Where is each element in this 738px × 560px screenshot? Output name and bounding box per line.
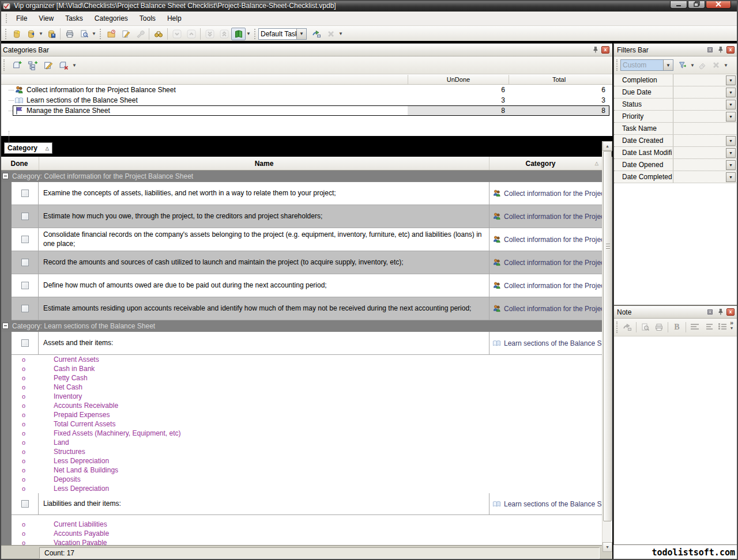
filter-row-date-created[interactable]: Date Created▼	[614, 135, 737, 147]
note-print-icon[interactable]	[652, 321, 666, 334]
restore-button[interactable]	[688, 0, 705, 9]
toolbar-overflow-icon[interactable]: ▼	[338, 31, 344, 36]
task-done-checkbox[interactable]	[21, 213, 29, 220]
task-row[interactable]: Estimate amounts residing upon accounts …	[12, 297, 602, 320]
clear-filter-icon[interactable]	[695, 59, 709, 71]
task-row[interactable]: Estimate how much you owe, through the p…	[12, 205, 602, 228]
minimize-button[interactable]	[670, 0, 687, 9]
scrollbar-thumb[interactable]	[603, 151, 612, 521]
close-button[interactable]	[706, 0, 731, 9]
filter-dropdown-icon[interactable]: ▼	[726, 75, 736, 85]
restore-panel-icon[interactable]	[706, 308, 714, 316]
print-dropdown-icon[interactable]: ▼	[91, 31, 97, 36]
filter-row-completion[interactable]: Completion▼	[614, 74, 737, 86]
filter-dropdown-icon[interactable]: ▼	[726, 148, 736, 158]
task-templates-icon[interactable]	[231, 28, 246, 40]
task-done-checkbox[interactable]	[21, 282, 29, 289]
close-panel-button[interactable]: x	[726, 46, 735, 54]
filter-dropdown-icon[interactable]: ▼	[726, 172, 736, 182]
filter-row-date-opened[interactable]: Date Opened▼	[614, 159, 737, 171]
bold-icon[interactable]: B	[670, 321, 684, 334]
task-row[interactable]: Assets and their items: Learn sections o…	[12, 332, 602, 355]
column-header-undone[interactable]: UnDone	[408, 75, 509, 84]
column-header-category[interactable]: Category	[489, 157, 592, 170]
filter-row-status[interactable]: Status▼	[614, 99, 737, 111]
filter-dropdown-icon[interactable]: ▼	[726, 88, 736, 97]
task-done-checkbox[interactable]	[21, 190, 29, 197]
task-templates-dropdown-icon[interactable]: ▼	[246, 31, 251, 36]
open-database-dropdown-icon[interactable]: ▼	[38, 31, 44, 36]
collapse-group-icon[interactable]	[2, 173, 9, 179]
menu-view[interactable]: View	[33, 12, 59, 25]
new-subcategory-icon[interactable]	[25, 58, 40, 73]
task-done-checkbox[interactable]	[21, 500, 29, 508]
group-by-box[interactable]: Category △	[4, 142, 52, 154]
delete-template-icon[interactable]	[323, 28, 338, 40]
collapse-group-icon[interactable]	[2, 323, 9, 329]
new-task-icon[interactable]	[104, 28, 118, 40]
close-panel-button[interactable]: x	[601, 46, 609, 54]
filters-toolbar-overflow-icon[interactable]: ▼	[723, 63, 729, 68]
menu-file[interactable]: File	[10, 12, 33, 25]
task-row[interactable]: Define how much of amounts owed are due …	[12, 274, 602, 297]
delete-filter-icon[interactable]	[709, 59, 723, 71]
move-down-icon[interactable]	[170, 28, 184, 40]
task-done-checkbox[interactable]	[21, 339, 29, 347]
task-row[interactable]: Consolidate financial records on the com…	[12, 228, 602, 251]
print-icon[interactable]	[62, 28, 77, 40]
column-header-done[interactable]: Done	[0, 157, 39, 170]
save-database-icon[interactable]	[44, 28, 58, 40]
task-done-checkbox[interactable]	[21, 236, 29, 243]
column-header-total[interactable]: Total	[509, 75, 609, 84]
pin-icon[interactable]	[591, 46, 600, 54]
pin-icon[interactable]	[716, 46, 725, 54]
filter-dropdown-icon[interactable]: ▼	[726, 112, 736, 122]
group-row[interactable]: Category: Learn sections of the Balance …	[0, 320, 602, 332]
note-print-preview-icon[interactable]	[638, 321, 652, 334]
scroll-up-icon[interactable]: ▲	[603, 141, 612, 151]
note-toolbar-overflow-icon[interactable]: »▼	[728, 320, 736, 330]
category-row[interactable]: Learn sections of the Balance Sheet 3 3	[0, 95, 612, 105]
edit-category-icon[interactable]	[40, 58, 56, 73]
column-header-name[interactable]: Name	[39, 157, 489, 170]
app-icon[interactable]	[2, 2, 11, 10]
filter-row-date-last-modified[interactable]: Date Last Modified▼	[614, 147, 737, 159]
move-to-top-icon[interactable]	[217, 28, 231, 40]
filter-dropdown-icon[interactable]: ▼	[726, 100, 736, 109]
task-done-checkbox[interactable]	[21, 259, 29, 266]
filter-dropdown-icon[interactable]: ▼	[726, 160, 736, 170]
task-properties-icon[interactable]	[133, 28, 147, 40]
task-row[interactable]: Examine the concepts of assets, liabilit…	[12, 182, 602, 205]
pin-icon[interactable]	[716, 308, 725, 316]
menu-help[interactable]: Help	[161, 12, 187, 25]
align-right-icon[interactable]	[702, 321, 716, 334]
move-up-icon[interactable]	[184, 28, 198, 40]
grid-vertical-scrollbar[interactable]: ▲ ▼	[602, 141, 612, 552]
task-row[interactable]: Record the amounts and sources of cash u…	[12, 251, 602, 274]
restore-panel-icon[interactable]	[706, 46, 714, 54]
filter-dropdown-icon[interactable]: ▼	[726, 136, 736, 146]
categories-toolbar-overflow-icon[interactable]: ▼	[71, 63, 77, 68]
filter-row-date-completed[interactable]: Date Completed▼	[614, 171, 737, 183]
scroll-down-icon[interactable]: ▼	[603, 542, 612, 552]
filter-preset-combo[interactable]: Custom ▼	[620, 59, 673, 71]
task-row[interactable]: Liabilities and their items: Learn secti…	[12, 493, 602, 515]
print-preview-icon[interactable]	[77, 28, 91, 40]
filter-row-due-date[interactable]: Due Date▼	[614, 86, 737, 99]
apply-filter-dropdown-icon[interactable]: ▼	[690, 63, 695, 68]
menu-tasks[interactable]: Tasks	[59, 12, 89, 25]
group-row[interactable]: Category: Collect information for the Pr…	[0, 171, 602, 182]
menu-categories[interactable]: Categories	[89, 12, 134, 25]
find-icon[interactable]	[151, 28, 165, 40]
edit-task-icon[interactable]	[118, 28, 133, 40]
new-category-icon[interactable]	[9, 58, 25, 73]
menu-tools[interactable]: Tools	[134, 12, 161, 25]
open-database-icon[interactable]	[24, 28, 38, 40]
note-content[interactable]	[614, 336, 737, 544]
apply-note-icon[interactable]	[620, 321, 634, 334]
close-panel-button[interactable]: x	[726, 308, 735, 316]
apply-filter-icon[interactable]	[676, 59, 690, 71]
move-to-bottom-icon[interactable]	[202, 28, 217, 40]
delete-category-icon[interactable]	[56, 58, 71, 73]
align-left-icon[interactable]	[688, 321, 702, 334]
